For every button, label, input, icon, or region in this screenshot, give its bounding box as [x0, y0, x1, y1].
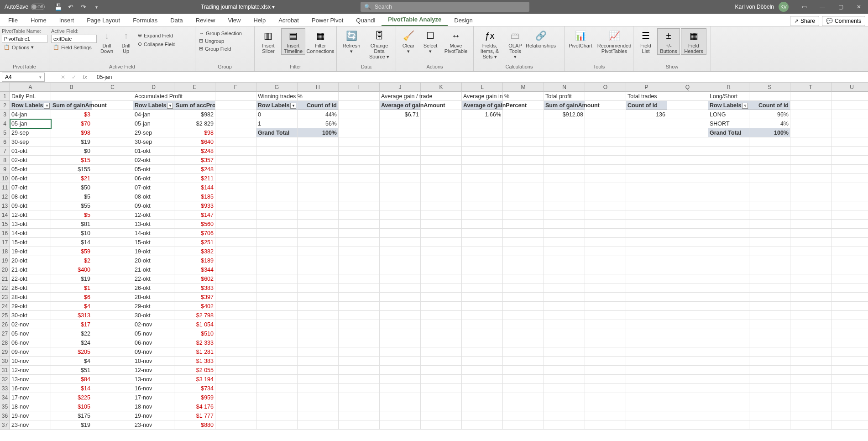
cell[interactable]	[380, 229, 421, 238]
cell[interactable]	[256, 347, 298, 357]
cell[interactable]	[503, 119, 544, 128]
cell[interactable]	[708, 420, 749, 430]
cell[interactable]: $1 777	[174, 411, 215, 420]
cell[interactable]	[544, 147, 585, 156]
cell[interactable]: Daily PnL	[10, 92, 51, 101]
cell[interactable]	[544, 192, 585, 201]
cell[interactable]	[585, 119, 626, 128]
cell[interactable]: $51	[51, 366, 92, 375]
cell[interactable]	[585, 293, 626, 302]
cell[interactable]	[215, 293, 256, 302]
cell[interactable]: 01-okt	[133, 147, 174, 156]
cell[interactable]: 16-nov	[10, 384, 51, 393]
share-button[interactable]: ↗Share	[790, 16, 819, 26]
cell[interactable]	[215, 229, 256, 238]
cell[interactable]	[298, 293, 339, 302]
cell[interactable]: $602	[174, 274, 215, 284]
column-header[interactable]: T	[790, 83, 831, 92]
cell[interactable]	[92, 274, 133, 284]
cell[interactable]	[544, 210, 585, 220]
cell[interactable]: 0	[256, 110, 298, 119]
cell[interactable]	[667, 128, 708, 137]
cell[interactable]	[92, 347, 133, 357]
cell[interactable]	[749, 265, 790, 274]
cell[interactable]: Total trades	[626, 92, 667, 101]
cell[interactable]	[626, 366, 667, 375]
cell[interactable]	[298, 329, 339, 338]
cell[interactable]: $959	[174, 393, 215, 402]
column-header[interactable]: U	[831, 83, 868, 92]
cell[interactable]: $2 055	[174, 366, 215, 375]
cell[interactable]	[298, 384, 339, 393]
cell[interactable]	[298, 137, 339, 147]
tab-formulas[interactable]: Formulas	[126, 15, 164, 26]
cell[interactable]	[339, 302, 380, 311]
cell[interactable]: 96%	[749, 110, 790, 119]
cell[interactable]	[585, 366, 626, 375]
cell[interactable]	[462, 402, 503, 411]
cell[interactable]: $251	[174, 238, 215, 247]
cell[interactable]	[339, 229, 380, 238]
cell[interactable]	[421, 265, 462, 274]
cell[interactable]: 12-okt	[133, 210, 174, 220]
cell[interactable]	[667, 357, 708, 366]
plus-minus-buttons-button[interactable]: ±+/- Buttons	[657, 28, 680, 55]
cell[interactable]	[790, 338, 831, 347]
cell[interactable]	[503, 101, 544, 110]
column-header[interactable]: A	[10, 83, 51, 92]
cell[interactable]	[544, 274, 585, 284]
fields-items-sets-button[interactable]: ƒxFields, Items, & Sets ▾	[476, 28, 504, 60]
column-header[interactable]: D	[133, 83, 174, 92]
cell[interactable]: $98	[174, 128, 215, 137]
cell[interactable]	[421, 284, 462, 293]
row-header[interactable]: 13	[0, 201, 10, 210]
pivotchart-button[interactable]: 📊PivotChart	[567, 28, 594, 49]
cell[interactable]	[339, 265, 380, 274]
field-settings-button[interactable]: 📋 Field Settings	[51, 44, 97, 51]
row-header[interactable]: 25	[0, 311, 10, 320]
cell[interactable]	[421, 256, 462, 265]
cell[interactable]	[585, 329, 626, 338]
cell[interactable]	[626, 119, 667, 128]
cell[interactable]	[215, 347, 256, 357]
cell[interactable]	[585, 229, 626, 238]
cell[interactable]	[749, 393, 790, 402]
row-header[interactable]: 8	[0, 156, 10, 165]
cell[interactable]: Winning trades %	[256, 92, 298, 101]
cell[interactable]	[92, 137, 133, 147]
cell[interactable]	[256, 302, 298, 311]
cell[interactable]	[256, 156, 298, 165]
cell[interactable]	[708, 293, 749, 302]
cell[interactable]: 19-nov	[133, 411, 174, 420]
cell[interactable]	[339, 183, 380, 192]
cell[interactable]	[421, 393, 462, 402]
cell[interactable]	[380, 420, 421, 430]
cell[interactable]	[380, 247, 421, 256]
cell[interactable]: $144	[174, 183, 215, 192]
cell[interactable]	[585, 393, 626, 402]
cell[interactable]	[256, 183, 298, 192]
cell[interactable]	[256, 274, 298, 284]
cell[interactable]	[626, 183, 667, 192]
cell[interactable]	[831, 411, 868, 420]
cell[interactable]	[215, 329, 256, 338]
cell[interactable]	[749, 347, 790, 357]
cell[interactable]	[380, 411, 421, 420]
cell[interactable]: 06-nov	[10, 338, 51, 347]
cell[interactable]	[339, 147, 380, 156]
cell[interactable]: $21	[51, 174, 92, 183]
cell[interactable]	[831, 137, 868, 147]
cell[interactable]	[298, 284, 339, 293]
cell[interactable]	[708, 174, 749, 183]
cell[interactable]: 09-nov	[10, 347, 51, 357]
cell[interactable]	[749, 293, 790, 302]
cell[interactable]	[790, 201, 831, 210]
cell[interactable]	[790, 375, 831, 384]
tab-insert[interactable]: Insert	[53, 15, 81, 26]
cell[interactable]: 100%	[749, 128, 790, 137]
cell[interactable]	[503, 329, 544, 338]
cell[interactable]	[256, 147, 298, 156]
cell[interactable]	[462, 420, 503, 430]
cell[interactable]	[667, 366, 708, 375]
cell[interactable]	[667, 110, 708, 119]
